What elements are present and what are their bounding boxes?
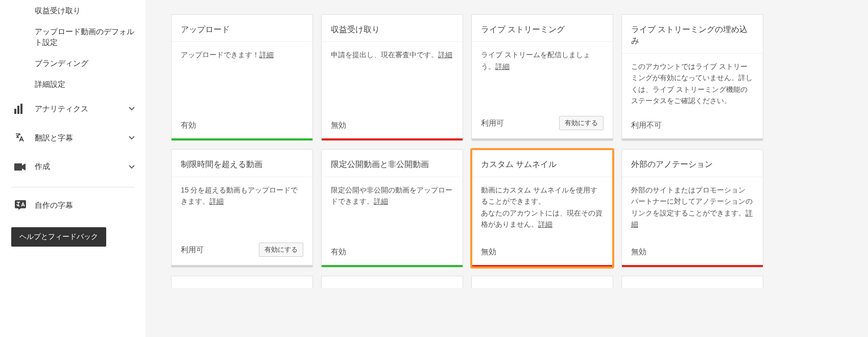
- feature-card: ライブ ストリーミングライブ ストリームを配信しましょう。詳細利用可有効にする: [471, 14, 613, 141]
- feature-card: ライブ ストリーミングの埋め込みこのアカウントではライブ ストリーミングが有効に…: [621, 14, 763, 141]
- detail-link[interactable]: 詳細: [259, 51, 274, 59]
- sidebar-section-label: 翻訳と字幕: [35, 133, 128, 143]
- detail-link[interactable]: 詳細: [538, 220, 552, 228]
- card-body: このアカウントではライブ ストリーミングが有効になっていません。詳しくは、ライブ…: [622, 54, 763, 114]
- next-row-peek: [171, 276, 858, 288]
- status-label: 利用不可: [631, 121, 662, 130]
- card-title: カスタム サムネイル: [472, 150, 613, 177]
- sidebar-sub-list: 収益受け取り アップロード動画のデフォルト設定 ブランディング 詳細設定: [0, 0, 146, 94]
- card-description: 外部のサイトまたはプロモーション パートナーに対してアノテーションのリンクを設定…: [631, 186, 753, 217]
- feature-card: アップロードアップロードできます！詳細有効: [171, 14, 313, 141]
- help-feedback-button[interactable]: ヘルプとフィードバック: [11, 227, 106, 247]
- chevron-down-icon: [128, 163, 135, 171]
- feature-card: 制限時間を超える動画15 分を超える動画もアップロードできます。詳細利用可有効に…: [171, 149, 313, 268]
- sidebar-section-analytics[interactable]: アナリティクス: [0, 94, 146, 123]
- card-body: 15 分を超える動画もアップロードできます。詳細: [172, 177, 312, 236]
- card-body: 限定公開や非公開の動画をアップロードできます。詳細: [322, 177, 463, 240]
- card-description: このアカウントではライブ ストリーミングが有効になっていません。詳しくは、ライブ…: [631, 62, 753, 105]
- card-body: 申請を提出し、現在審査中です。詳細: [322, 42, 463, 113]
- card-footer: 利用不可: [622, 113, 763, 138]
- card-footer: 無効: [622, 240, 763, 265]
- status-label: 無効: [481, 247, 496, 257]
- feature-card: [621, 276, 763, 288]
- card-description: 動画にカスタム サムネイルを使用することができます。: [481, 186, 597, 205]
- camera-icon: [14, 162, 29, 172]
- status-bar: [172, 265, 312, 267]
- card-footer: 利用可有効にする: [172, 235, 312, 265]
- card-title: ライブ ストリーミング: [472, 15, 613, 42]
- status-label: 有効: [181, 121, 196, 130]
- card-footer: 利用可有効にする: [472, 109, 613, 138]
- status-label: 利用可: [481, 118, 504, 128]
- card-footer: 有効: [172, 113, 312, 138]
- feature-card: [321, 276, 463, 288]
- card-title: 制限時間を超える動画: [172, 150, 312, 177]
- captions-icon: [14, 200, 29, 211]
- detail-link[interactable]: 詳細: [209, 197, 224, 205]
- card-description: 15 分を超える動画もアップロードできます。: [181, 186, 298, 205]
- sidebar-item-monetization[interactable]: 収益受け取り: [35, 0, 135, 21]
- sidebar-section-create[interactable]: 作成: [0, 153, 146, 181]
- card-body: 動画にカスタム サムネイルを使用することができます。あなたのアカウントには、現在…: [472, 177, 613, 240]
- svg-rect-4: [15, 200, 26, 208]
- sidebar-section-label: アナリティクス: [35, 104, 128, 114]
- feature-card: [171, 276, 313, 288]
- card-body: アップロードできます！詳細: [172, 42, 312, 113]
- status-bar: [322, 265, 463, 267]
- enable-button[interactable]: 有効にする: [259, 243, 303, 257]
- sidebar-section-label: 作成: [35, 162, 128, 172]
- enable-button[interactable]: 有効にする: [559, 116, 604, 130]
- status-bar: [622, 138, 763, 140]
- sidebar-item-advanced[interactable]: 詳細設定: [35, 74, 135, 94]
- card-description: 限定公開や非公開の動画をアップロードできます。: [331, 186, 452, 205]
- card-description: アップロードできます！: [181, 51, 259, 59]
- feature-card: 収益受け取り申請を提出し、現在審査中です。詳細無効: [321, 14, 463, 141]
- feature-cards-grid: アップロードアップロードできます！詳細有効収益受け取り申請を提出し、現在審査中で…: [171, 14, 858, 268]
- sidebar-item-upload-defaults[interactable]: アップロード動画のデフォルト設定: [35, 21, 135, 53]
- svg-rect-3: [14, 163, 22, 171]
- card-title: アップロード: [172, 15, 312, 42]
- detail-link[interactable]: 詳細: [495, 62, 510, 70]
- card-body: 外部のサイトまたはプロモーション パートナーに対してアノテーションのリンクを設定…: [622, 177, 763, 240]
- card-title: 外部のアノテーション: [622, 150, 763, 177]
- sidebar-section-translate[interactable]: 翻訳と字幕: [0, 123, 146, 153]
- status-bar: [622, 265, 763, 267]
- status-label: 無効: [331, 121, 346, 130]
- feature-card: [471, 276, 613, 288]
- status-bar: [322, 138, 463, 140]
- chevron-down-icon: [128, 105, 135, 112]
- card-footer: 有効: [322, 240, 463, 265]
- feature-card: カスタム サムネイル動画にカスタム サムネイルを使用することができます。あなたの…: [471, 149, 613, 268]
- svg-rect-1: [17, 106, 19, 114]
- status-label: 無効: [631, 247, 646, 257]
- svg-rect-0: [14, 109, 16, 114]
- card-footer: 無効: [472, 240, 613, 265]
- sidebar-item-branding[interactable]: ブランディング: [35, 53, 135, 74]
- status-bar: [172, 138, 312, 140]
- sidebar-link-label: 自作の字幕: [35, 201, 73, 210]
- status-label: 利用可: [181, 245, 204, 255]
- analytics-icon: [14, 104, 29, 114]
- svg-rect-2: [20, 104, 22, 114]
- feature-card: 外部のアノテーション外部のサイトまたはプロモーション パートナーに対してアノテー…: [621, 149, 763, 268]
- sidebar-link-captions[interactable]: 自作の字幕: [0, 194, 146, 217]
- translate-icon: [14, 132, 29, 143]
- main-content: アップロードアップロードできます！詳細有効収益受け取り申請を提出し、現在審査中で…: [146, 0, 868, 337]
- detail-link[interactable]: 詳細: [438, 51, 452, 59]
- status-bar: [472, 265, 613, 267]
- card-footer: 無効: [322, 113, 463, 138]
- detail-link[interactable]: 詳細: [374, 197, 388, 205]
- divider: [11, 187, 134, 187]
- card-title: 限定公開動画と非公開動画: [322, 150, 463, 177]
- card-title: ライブ ストリーミングの埋め込み: [622, 15, 763, 54]
- card-description: 申請を提出し、現在審査中です。: [331, 51, 438, 59]
- sidebar: 収益受け取り アップロード動画のデフォルト設定 ブランディング 詳細設定 アナリ…: [0, 0, 146, 337]
- card-body: ライブ ストリームを配信しましょう。詳細: [472, 42, 613, 109]
- chevron-down-icon: [128, 134, 135, 141]
- card-title: 収益受け取り: [322, 15, 463, 42]
- feature-card: 限定公開動画と非公開動画限定公開や非公開の動画をアップロードできます。詳細有効: [321, 149, 463, 268]
- status-bar: [472, 138, 613, 140]
- status-label: 有効: [331, 247, 346, 257]
